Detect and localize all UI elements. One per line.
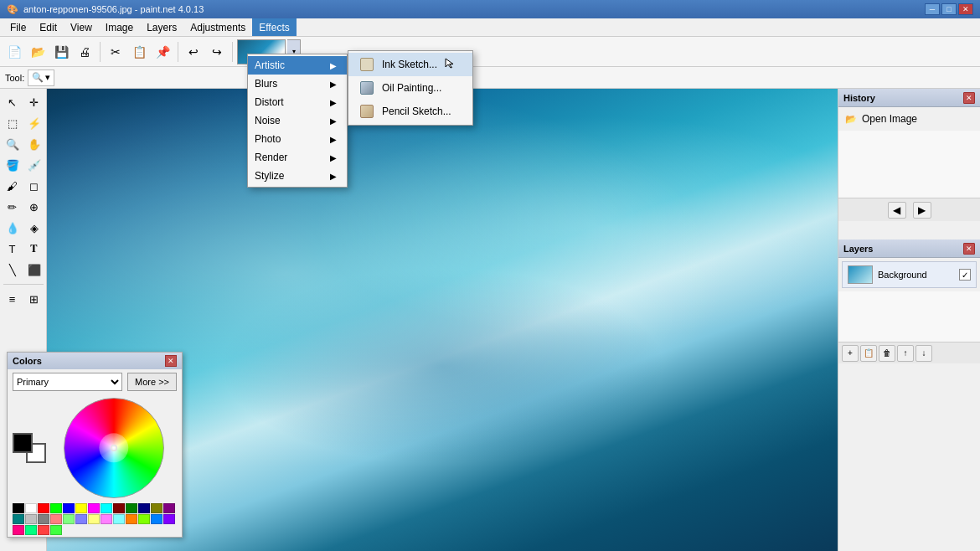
brush-tool[interactable]: 🖌 xyxy=(3,176,23,196)
submenu-ink-sketch[interactable]: Ink Sketch... xyxy=(348,53,472,76)
eraser-tool[interactable]: ◻ xyxy=(24,176,44,196)
palette-swatch[interactable] xyxy=(50,514,62,524)
palette-swatch[interactable] xyxy=(63,503,75,513)
palette-swatch[interactable] xyxy=(25,514,37,524)
tool-selector[interactable]: 🔍 ▾ xyxy=(28,70,54,86)
palette-swatch[interactable] xyxy=(126,503,137,513)
move-layer-down-button[interactable]: ↓ xyxy=(916,345,932,362)
text-tool[interactable]: T xyxy=(3,239,23,259)
palette-swatch[interactable] xyxy=(13,525,24,535)
color-picker-tool[interactable]: 💉 xyxy=(24,155,44,175)
move-tool[interactable]: ✛ xyxy=(24,92,44,112)
menu-effects[interactable]: Effects xyxy=(252,18,296,36)
blur-tool[interactable]: 💧 xyxy=(3,218,23,238)
effects-menu-stylize[interactable]: Stylize ▶ xyxy=(248,167,347,185)
text-bold-tool[interactable]: 𝐓 xyxy=(24,239,44,259)
palette-swatch[interactable] xyxy=(138,503,150,513)
primary-dropdown[interactable]: Primary Secondary xyxy=(13,373,122,391)
print-button[interactable]: 🖨 xyxy=(74,41,95,63)
menu-edit[interactable]: Edit xyxy=(33,18,64,36)
window-title: anton-repponen-99506.jpg - paint.net 4.0… xyxy=(23,4,204,14)
tool-extra-2[interactable]: ⊞ xyxy=(24,289,44,309)
palette-swatch[interactable] xyxy=(101,514,112,524)
palette-swatch[interactable] xyxy=(163,514,175,524)
palette-swatch[interactable] xyxy=(75,514,87,524)
redo-button[interactable]: ↪ xyxy=(206,41,228,63)
duplicate-layer-button[interactable]: 📋 xyxy=(860,345,877,362)
palette-swatch[interactable] xyxy=(25,525,37,535)
effects-menu-artistic[interactable]: Artistic ▶ xyxy=(248,56,347,75)
submenu-oil-painting[interactable]: Oil Painting... xyxy=(348,76,472,100)
palette-swatch[interactable] xyxy=(88,503,100,513)
layers-close-button[interactable]: ✕ xyxy=(963,243,975,255)
select-tool[interactable]: ↖ xyxy=(3,92,23,112)
close-button[interactable]: ✕ xyxy=(958,3,973,15)
history-item-label: Open Image xyxy=(862,113,917,125)
paste-button[interactable]: 📌 xyxy=(152,41,173,63)
pan-tool[interactable]: ✋ xyxy=(24,134,44,154)
foreground-color-swatch[interactable] xyxy=(13,433,33,453)
cut-button[interactable]: ✂ xyxy=(105,41,126,63)
add-layer-button[interactable]: + xyxy=(842,345,859,362)
color-wheel[interactable] xyxy=(64,398,164,498)
zoom-tool[interactable]: 🔍 xyxy=(3,134,23,154)
stylize-arrow: ▶ xyxy=(330,172,337,181)
palette-swatch[interactable] xyxy=(50,503,62,513)
menu-adjustments[interactable]: Adjustments xyxy=(183,18,252,36)
maximize-button[interactable]: □ xyxy=(941,3,957,15)
sharpen-tool[interactable]: ◈ xyxy=(24,218,44,238)
minimize-button[interactable]: ─ xyxy=(925,3,940,15)
palette-swatch[interactable] xyxy=(13,514,24,524)
palette-swatch[interactable] xyxy=(126,514,137,524)
palette-swatch[interactable] xyxy=(38,503,49,513)
clone-tool[interactable]: ⊕ xyxy=(24,197,44,217)
palette-swatch[interactable] xyxy=(163,503,175,513)
new-button[interactable]: 📄 xyxy=(3,41,25,63)
undo-button[interactable]: ↩ xyxy=(183,41,204,63)
open-button[interactable]: 📂 xyxy=(27,41,49,63)
move-layer-up-button[interactable]: ↑ xyxy=(897,345,914,362)
history-redo-button[interactable]: ▶ xyxy=(913,202,931,219)
palette-swatch[interactable] xyxy=(88,514,100,524)
effects-menu-blurs[interactable]: Blurs ▶ xyxy=(248,75,347,93)
palette-swatch[interactable] xyxy=(75,503,87,513)
palette-swatch[interactable] xyxy=(138,514,150,524)
effects-menu-noise[interactable]: Noise ▶ xyxy=(248,111,347,130)
effects-menu-photo[interactable]: Photo ▶ xyxy=(248,130,347,148)
submenu-pencil-sketch[interactable]: Pencil Sketch... xyxy=(348,100,472,123)
history-item-open-image[interactable]: 📂 Open Image xyxy=(842,111,977,127)
effects-menu-render[interactable]: Render ▶ xyxy=(248,148,347,167)
palette-swatch[interactable] xyxy=(38,514,49,524)
shapes-tool[interactable]: ⬛ xyxy=(24,260,44,280)
palette-swatch[interactable] xyxy=(101,503,112,513)
layer-visibility-checkbox[interactable]: ✓ xyxy=(959,269,971,281)
magic-wand-tool[interactable]: ⚡ xyxy=(24,113,44,133)
colors-close-button[interactable]: ✕ xyxy=(165,355,177,367)
more-button[interactable]: More >> xyxy=(127,373,177,391)
tool-extra-1[interactable]: ≡ xyxy=(3,289,23,309)
menu-image[interactable]: Image xyxy=(99,18,140,36)
history-undo-button[interactable]: ◀ xyxy=(888,202,906,219)
palette-swatch[interactable] xyxy=(113,503,125,513)
palette-swatch[interactable] xyxy=(63,514,75,524)
menu-view[interactable]: View xyxy=(64,18,99,36)
palette-swatch[interactable] xyxy=(151,514,162,524)
line-tool[interactable]: ╲ xyxy=(3,260,23,280)
palette-swatch[interactable] xyxy=(38,525,49,535)
save-button[interactable]: 💾 xyxy=(50,41,72,63)
palette-swatch[interactable] xyxy=(13,503,24,513)
palette-swatch[interactable] xyxy=(151,503,162,513)
menu-file[interactable]: File xyxy=(3,18,33,36)
layer-item-background[interactable]: Background ✓ xyxy=(842,261,977,288)
paint-bucket-tool[interactable]: 🪣 xyxy=(3,155,23,175)
palette-swatch[interactable] xyxy=(50,525,62,535)
copy-button[interactable]: 📋 xyxy=(128,41,150,63)
history-close-button[interactable]: ✕ xyxy=(963,92,975,104)
delete-layer-button[interactable]: 🗑 xyxy=(879,345,895,362)
menu-layers[interactable]: Layers xyxy=(140,18,183,36)
palette-swatch[interactable] xyxy=(25,503,37,513)
palette-swatch[interactable] xyxy=(113,514,125,524)
pencil-tool[interactable]: ✏ xyxy=(3,197,23,217)
lasso-tool[interactable]: ⬚ xyxy=(3,113,23,133)
effects-menu-distort[interactable]: Distort ▶ xyxy=(248,93,347,111)
